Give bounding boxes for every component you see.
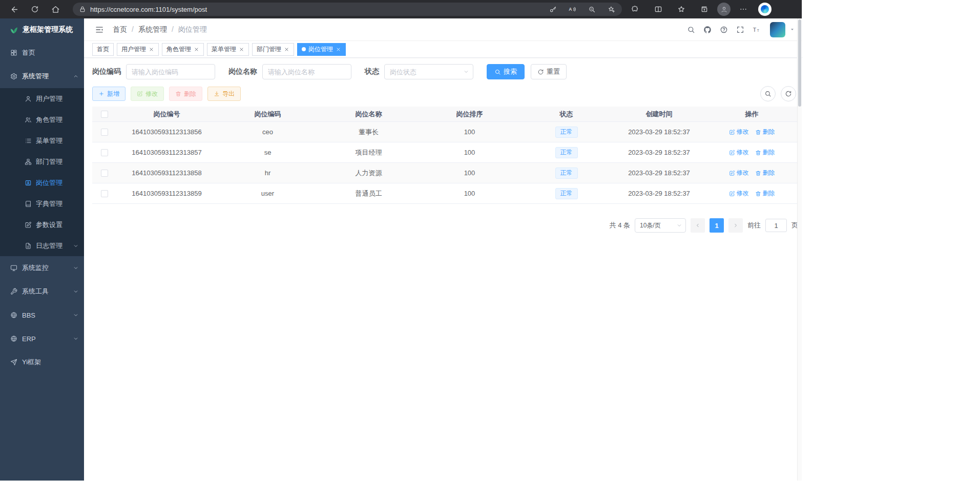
read-aloud-icon: A — [568, 5, 576, 13]
close-icon[interactable] — [239, 47, 244, 52]
sidebar-item-system-tools[interactable]: 系统工具 — [0, 280, 84, 303]
sidebar-item-home[interactable]: 首页 — [0, 41, 84, 65]
tab-user-management[interactable]: 用户管理 — [117, 43, 159, 56]
split-screen-button[interactable] — [648, 2, 669, 17]
extensions-button[interactable] — [625, 2, 645, 17]
browser-back-button[interactable] — [4, 2, 25, 17]
password-key-button[interactable] — [545, 3, 560, 15]
browser-settings-button[interactable] — [733, 2, 754, 17]
row-checkbox[interactable] — [101, 149, 108, 156]
help-button[interactable] — [716, 22, 731, 37]
sidebar-item-bbs[interactable]: BBS — [0, 303, 84, 327]
sidebar-item-dict-management[interactable]: 字典管理 — [0, 193, 84, 214]
sidebar-item-erp[interactable]: ERP — [0, 327, 84, 350]
header-search-button[interactable] — [683, 22, 698, 37]
row-delete-link[interactable]: 删除 — [755, 128, 775, 136]
github-button[interactable] — [700, 22, 715, 37]
status-select-input[interactable] — [384, 64, 473, 79]
row-edit-link[interactable]: 修改 — [729, 148, 749, 157]
fullscreen-button[interactable] — [733, 22, 747, 37]
post-code-input[interactable] — [126, 64, 215, 79]
tab-post-management[interactable]: 岗位管理 — [297, 43, 346, 56]
page-scrollbar[interactable] — [797, 18, 802, 481]
row-delete-link[interactable]: 删除 — [755, 189, 775, 198]
row-edit-link[interactable]: 修改 — [729, 128, 749, 136]
sidebar-menu: 首页 系统管理 用户管理 角色管理 — [0, 41, 84, 481]
edit-button[interactable]: 修改 — [131, 87, 164, 101]
toggle-search-button[interactable] — [760, 86, 776, 101]
tab-dept-management[interactable]: 部门管理 — [252, 43, 294, 56]
row-checkbox[interactable] — [101, 129, 108, 136]
font-size-button[interactable]: TT — [749, 22, 764, 37]
sidebar-item-post-management[interactable]: 岗位管理 — [0, 172, 84, 193]
tab-menu-management[interactable]: 菜单管理 — [207, 43, 249, 56]
close-icon[interactable] — [336, 47, 341, 52]
sidebar-item-param-settings[interactable]: 参数设置 — [0, 214, 84, 235]
browser-home-button[interactable] — [45, 2, 66, 17]
chevron-down-icon — [73, 243, 79, 249]
breadcrumb-home[interactable]: 首页 — [113, 25, 127, 34]
row-edit-link[interactable]: 修改 — [729, 169, 749, 177]
tab-role-management[interactable]: 角色管理 — [162, 43, 204, 56]
edit-link-label: 修改 — [737, 189, 749, 198]
sidebar-item-yi-framework[interactable]: Yi框架 — [0, 350, 84, 374]
sidebar-item-role-management[interactable]: 角色管理 — [0, 109, 84, 130]
page-number-button[interactable]: 1 — [710, 218, 724, 233]
plus-icon — [98, 91, 105, 97]
copilot-button[interactable] — [758, 3, 772, 16]
close-icon[interactable] — [149, 47, 154, 52]
close-icon[interactable] — [194, 47, 199, 52]
page-size-select[interactable]: 10条/页 — [635, 218, 686, 233]
read-aloud-button[interactable]: A — [565, 3, 580, 15]
add-button[interactable]: 新增 — [92, 87, 126, 101]
caret-down-icon[interactable] — [789, 27, 795, 32]
post-name-input[interactable] — [262, 64, 351, 79]
row-edit-link[interactable]: 修改 — [729, 189, 749, 198]
export-button-label: 导出 — [222, 90, 235, 98]
pagination-total: 共 4 条 — [610, 221, 630, 230]
tab-home[interactable]: 首页 — [92, 43, 114, 56]
refresh-table-button[interactable] — [781, 86, 796, 101]
sidebar-item-dept-management[interactable]: 部门管理 — [0, 151, 84, 172]
sidebar-item-label: BBS — [22, 311, 35, 319]
address-bar[interactable]: https://ccnetcore.com:1101/system/post A — [73, 3, 622, 16]
zoom-out-button[interactable] — [584, 3, 599, 15]
badge-icon — [25, 179, 32, 186]
sidebar-item-label: 参数设置 — [36, 220, 62, 230]
select-all-checkbox[interactable] — [101, 111, 108, 118]
trash-icon — [755, 170, 761, 176]
status-select[interactable] — [384, 64, 473, 79]
url-text[interactable]: https://ccnetcore.com:1101/system/post — [90, 6, 541, 13]
favorites-button[interactable] — [671, 2, 692, 17]
add-favorite-button[interactable] — [603, 3, 619, 15]
sidebar-collapse-button[interactable] — [91, 22, 108, 38]
prev-page-button[interactable] — [691, 218, 705, 233]
user-avatar[interactable] — [770, 22, 785, 37]
close-icon[interactable] — [284, 47, 289, 52]
collections-button[interactable] — [694, 2, 715, 17]
row-checkbox[interactable] — [101, 170, 108, 177]
sidebar-item-menu-management[interactable]: 菜单管理 — [0, 130, 84, 151]
row-checkbox[interactable] — [101, 190, 108, 197]
svg-text:T: T — [753, 27, 756, 33]
site-security-icon[interactable] — [79, 6, 86, 13]
row-delete-link[interactable]: 删除 — [755, 148, 775, 157]
star-plus-icon — [608, 6, 615, 13]
sidebar-item-user-management[interactable]: 用户管理 — [0, 88, 84, 109]
sidebar-item-system-monitor[interactable]: 系统监控 — [0, 256, 84, 280]
scrollbar-thumb[interactable] — [798, 19, 801, 107]
goto-page-input[interactable] — [765, 219, 787, 232]
gear-icon — [10, 73, 17, 80]
row-delete-link[interactable]: 删除 — [755, 169, 775, 177]
breadcrumb-system[interactable]: 系统管理 — [127, 25, 167, 34]
sidebar-item-log-management[interactable]: 日志管理 — [0, 235, 84, 256]
next-page-button[interactable] — [728, 218, 743, 233]
reset-button[interactable]: 重置 — [531, 64, 567, 79]
delete-button[interactable]: 删除 — [169, 87, 202, 101]
zoom-out-icon — [588, 6, 596, 13]
sidebar-item-system-management[interactable]: 系统管理 — [0, 65, 84, 88]
search-button[interactable]: 搜索 — [487, 64, 525, 79]
browser-profile-avatar[interactable] — [717, 3, 731, 16]
export-button[interactable]: 导出 — [207, 87, 241, 101]
browser-refresh-button[interactable] — [25, 2, 45, 17]
